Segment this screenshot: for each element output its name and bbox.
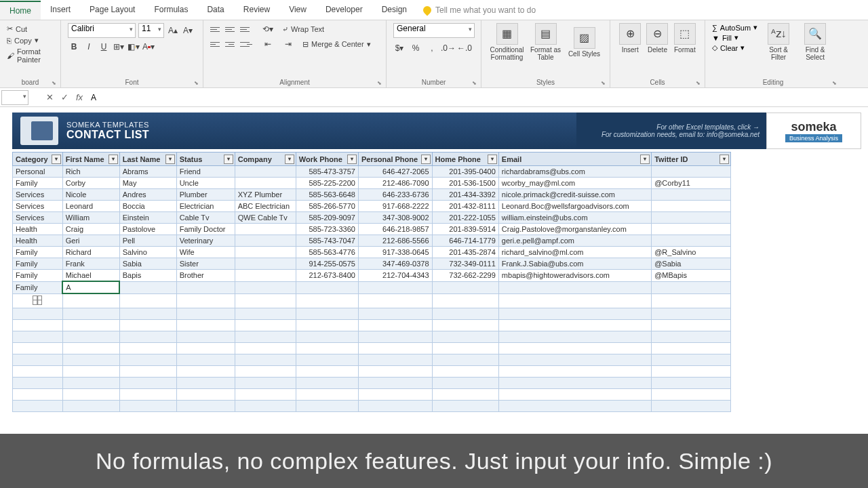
cell[interactable] [652, 319, 731, 331]
decrease-decimal-icon[interactable]: ←.0 [458, 42, 471, 54]
cell[interactable]: Frank.J.Sabia@ubs.com [498, 258, 651, 270]
cell[interactable] [432, 388, 498, 400]
cell[interactable] [358, 354, 432, 365]
template-link-text[interactable]: For other Excel templates, click → [656, 123, 760, 131]
cell[interactable]: Sabia [119, 258, 176, 270]
cell[interactable] [119, 365, 176, 377]
cell[interactable] [62, 377, 119, 388]
cell[interactable] [235, 247, 296, 258]
cell[interactable]: 201-432-8111 [432, 201, 498, 212]
filter-dropdown-icon[interactable]: ▾ [719, 155, 729, 164]
cell[interactable] [652, 235, 731, 247]
cell[interactable] [296, 388, 358, 400]
cell[interactable]: A [62, 281, 119, 293]
cell[interactable]: mbapis@hightoweradvisors.com [498, 270, 651, 282]
cell[interactable] [498, 342, 651, 354]
cell[interactable]: Health [13, 224, 63, 235]
cell[interactable] [176, 400, 235, 411]
cell[interactable] [358, 293, 432, 308]
cell-styles-button[interactable]: ▨Cell Styles [566, 23, 603, 61]
cell[interactable]: Brother [176, 270, 235, 282]
autosum-button[interactable]: ∑ AutoSum ▾ [712, 23, 757, 32]
cell[interactable]: Services [13, 201, 63, 212]
cell[interactable]: Bapis [119, 270, 176, 282]
cell[interactable]: nicole.primack@credit-suisse.com [498, 189, 651, 201]
cell[interactable] [235, 388, 296, 400]
cell[interactable]: 201-222-1055 [432, 212, 498, 224]
cell[interactable] [652, 308, 731, 319]
cell[interactable] [498, 331, 651, 342]
align-middle-icon[interactable] [225, 24, 237, 34]
cell[interactable]: @MBapis [652, 270, 731, 282]
cell[interactable] [235, 270, 296, 282]
orientation-icon[interactable]: ⟲▾ [262, 23, 274, 35]
cell[interactable]: Leonard.Boc@wellsfargoadvisors.com [498, 201, 651, 212]
cell[interactable] [235, 354, 296, 365]
cell[interactable]: Boccia [119, 201, 176, 212]
cell[interactable] [176, 388, 235, 400]
formula-enter-button[interactable]: ✓ [57, 92, 72, 102]
conditional-formatting-button[interactable]: ▦Conditional Formatting [488, 23, 526, 61]
cell[interactable]: 917-338-0645 [358, 247, 432, 258]
align-top-icon[interactable] [210, 24, 222, 34]
formula-input[interactable]: A [87, 93, 868, 102]
cell[interactable] [119, 342, 176, 354]
cell[interactable]: 585-473-3757 [296, 166, 358, 178]
cell[interactable]: Pastolove [119, 224, 176, 235]
font-name-select[interactable]: Calibri [68, 23, 136, 38]
column-header[interactable]: Last Name▾ [119, 152, 176, 166]
cell[interactable]: 646-233-6736 [358, 189, 432, 201]
cell[interactable] [432, 308, 498, 319]
cell[interactable] [432, 319, 498, 331]
cell[interactable]: Friend [176, 166, 235, 178]
cell[interactable] [296, 308, 358, 319]
cell[interactable]: Wife [176, 247, 235, 258]
cell[interactable] [62, 342, 119, 354]
fill-color-button[interactable]: ◧▾ [127, 41, 140, 53]
cell[interactable] [13, 308, 63, 319]
decrease-font-icon[interactable]: A▾ [182, 24, 194, 37]
cell[interactable] [13, 331, 63, 342]
cell[interactable] [62, 293, 119, 308]
column-header[interactable]: Home Phone▾ [432, 152, 498, 166]
column-header[interactable]: Email▾ [498, 152, 651, 166]
cell[interactable]: Andres [119, 189, 176, 201]
cell[interactable]: 646-218-9857 [358, 224, 432, 235]
cell[interactable] [498, 319, 651, 331]
cell[interactable]: 201-434-3392 [432, 189, 498, 201]
cell[interactable] [358, 365, 432, 377]
cell[interactable] [235, 342, 296, 354]
cell[interactable] [296, 365, 358, 377]
cell[interactable] [652, 342, 731, 354]
cell[interactable] [176, 365, 235, 377]
cell[interactable] [432, 342, 498, 354]
cell[interactable] [235, 224, 296, 235]
number-format-select[interactable]: General [393, 23, 475, 38]
cell[interactable]: Electrician [176, 201, 235, 212]
delete-cells-button[interactable]: ⊖Delete [644, 23, 670, 54]
cell[interactable]: 646-427-2065 [358, 166, 432, 178]
cell[interactable] [432, 400, 498, 411]
cell[interactable]: 585-743-7047 [296, 235, 358, 247]
cell[interactable] [296, 342, 358, 354]
cell[interactable]: 646-714-1779 [432, 235, 498, 247]
cell[interactable] [176, 377, 235, 388]
cell[interactable]: Richard [62, 247, 119, 258]
cell[interactable]: Family [13, 247, 63, 258]
tab-insert[interactable]: Insert [41, 1, 80, 20]
format-as-table-button[interactable]: ▤Format as Table [527, 23, 564, 61]
cell[interactable]: 732-662-2299 [432, 270, 498, 282]
cell[interactable]: 917-668-2222 [358, 201, 432, 212]
cell[interactable]: Family [13, 281, 63, 293]
cell[interactable]: geri.e.pell@ampf.com [498, 235, 651, 247]
cell[interactable] [62, 331, 119, 342]
wrap-text-button[interactable]: ⤶ Wrap Text [282, 24, 324, 35]
cell[interactable]: 732-349-0111 [432, 258, 498, 270]
cell[interactable] [652, 400, 731, 411]
insert-cells-button[interactable]: ⊕Insert [617, 23, 643, 54]
cell[interactable] [432, 365, 498, 377]
cell[interactable]: Family [13, 258, 63, 270]
cell[interactable]: Services [13, 212, 63, 224]
cell[interactable]: 212-673-8400 [296, 270, 358, 282]
cell[interactable]: Rich [62, 166, 119, 178]
